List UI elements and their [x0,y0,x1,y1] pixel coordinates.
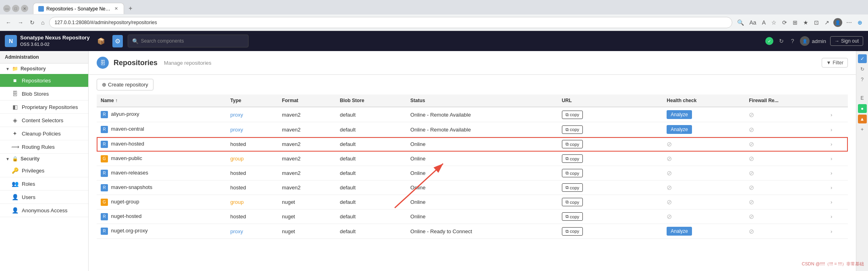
search-input[interactable] [141,38,244,44]
table-row[interactable]: R maven-releases hosted maven2 default O… [97,166,848,181]
repo-name-cell: R nuget.org-proxy [97,224,226,239]
right-edge-btn-4[interactable]: E [858,94,867,103]
bookmark-icon[interactable]: ☆ [770,18,778,27]
sidebar-item-blob-stores[interactable]: 🗄 Blob Stores [0,87,88,101]
copy-url-btn[interactable]: ⧉ copy [562,169,583,177]
right-edge-btn-2[interactable]: ↻ [858,65,867,74]
sidebar-item-cleanup-policies-label: Cleanup Policies [22,131,61,137]
col-firewall[interactable]: Firewall Re... [745,94,827,107]
sidebar-item-repositories[interactable]: ■ Repositories [0,74,88,87]
translate-icon[interactable]: A [760,18,767,27]
sidebar-item-privileges[interactable]: 🔑 Privileges [0,164,88,177]
copy-url-btn[interactable]: ⧉ copy [562,198,583,206]
sidebar-item-cleanup-policies[interactable]: ✦ Cleanup Policies [0,127,88,140]
copy-url-btn[interactable]: ⧉ copy [562,212,583,221]
table-row[interactable]: R maven-snapshots hosted maven2 default … [97,181,848,195]
favorites-icon[interactable]: ★ [802,18,810,27]
chevron-right-icon[interactable]: › [831,185,832,191]
more-menu-btn[interactable]: ⋯ [845,18,853,27]
table-row[interactable]: G nuget-group group nuget default Online… [97,195,848,209]
repo-health-check-cell: ⊘ [663,152,745,166]
col-type[interactable]: Type [226,94,278,107]
sidebar-group-repository[interactable]: ▼ 📁 Repository [0,64,88,74]
copy-url-btn[interactable]: ⧉ copy [562,125,583,134]
analyze-btn[interactable]: Analyze [667,125,692,134]
col-blob-store[interactable]: Blob Store [336,94,406,107]
sidebar-item-roles[interactable]: 👥 Roles [0,177,88,191]
analyze-btn[interactable]: Analyze [667,110,692,119]
edge-icon[interactable]: ⊕ [856,18,864,27]
home-btn[interactable]: ⌂ [39,18,46,27]
sidebar-item-anonymous-access[interactable]: 👤 Anonymous Access [0,204,88,217]
right-edge-btn-7[interactable]: + [858,125,867,134]
refresh-btn[interactable]: ↻ [28,18,36,27]
copy-url-btn[interactable]: ⧉ copy [562,227,583,236]
refresh-icon[interactable]: ⟳ [781,18,789,27]
table-row[interactable]: R nuget.org-proxy proxy nuget default On… [97,224,848,239]
sidebar-item-users[interactable]: 👤 Users [0,191,88,204]
create-repository-btn[interactable]: ⊕ Create repository [97,79,153,90]
copy-url-btn[interactable]: ⧉ copy [562,154,583,163]
sidebar-item-proprietary-repos[interactable]: ◧ Proprietary Repositories [0,101,88,114]
tab-close-btn[interactable]: ✕ [113,6,119,12]
back-btn[interactable]: ← [4,18,13,27]
col-format[interactable]: Format [278,94,336,107]
repo-health-check-cell: ⊘ [663,166,745,181]
browse-icon-btn[interactable]: 📦 [95,35,108,47]
table-row[interactable]: R nuget-hosted hosted nuget default Onli… [97,209,848,224]
routing-rules-icon: ⟿ [11,144,19,150]
reader-icon[interactable]: Aa [748,18,758,27]
refresh-nav-btn[interactable]: ↻ [777,36,785,46]
col-url[interactable]: URL [558,94,663,107]
col-health-check[interactable]: Health check [663,94,745,107]
repo-action-cell: › [827,224,848,239]
analyze-btn[interactable]: Analyze [667,227,692,236]
right-edge-btn-5[interactable]: ● [858,104,867,113]
right-edge-btn-3[interactable]: ? [858,75,867,84]
repo-action-cell: › [827,181,848,195]
filter-btn[interactable]: ▼ Filter [822,58,848,68]
restore-btn[interactable]: □ [12,5,19,12]
search-toolbar-icon[interactable]: 🔍 [735,18,746,27]
right-edge-btn-1[interactable]: ✓ [858,54,867,63]
repo-status-cell: Online - Remote Available [406,122,558,137]
admin-icon-btn[interactable]: ⚙ [112,35,123,47]
chevron-right-icon[interactable]: › [831,156,832,162]
col-name[interactable]: Name ↑ [97,94,226,107]
chevron-right-icon[interactable]: › [831,112,832,118]
copy-url-btn[interactable]: ⧉ copy [562,140,583,148]
user-area: 👤 admin [800,36,826,46]
sidebar-group-security[interactable]: ▼ 🔒 Security [0,154,88,164]
chevron-right-icon[interactable]: › [831,199,832,205]
new-tab-btn[interactable]: + [126,4,135,13]
profile-icon[interactable]: 👤 [833,18,842,27]
copy-url-btn[interactable]: ⧉ copy [562,111,583,119]
table-row[interactable]: R maven-hosted hosted maven2 default Onl… [97,137,848,152]
sidebar-item-routing-rules[interactable]: ⟿ Routing Rules [0,140,88,154]
split-view-icon[interactable]: ⊞ [791,18,799,27]
table-row[interactable]: R aliyun-proxy proxy maven2 default Onli… [97,107,848,122]
chevron-right-icon[interactable]: › [831,214,832,220]
minimize-btn[interactable]: — [3,5,10,12]
browser-tab[interactable]: Repositories - Sonatype Nexus R... ✕ [33,3,124,14]
chevron-right-icon[interactable]: › [831,127,832,133]
collections-icon[interactable]: ⊡ [812,18,820,27]
chevron-right-icon[interactable]: › [831,170,832,176]
col-status[interactable]: Status [406,94,558,107]
chevron-right-icon[interactable]: › [831,141,832,147]
signout-btn[interactable]: → Sign out [830,36,863,46]
address-input[interactable] [49,17,732,28]
firewall-disabled-icon: ⊘ [749,199,754,205]
repo-format-cell: maven2 [278,166,336,181]
table-row[interactable]: R maven-central proxy maven2 default Onl… [97,122,848,137]
forward-btn[interactable]: → [16,18,25,27]
close-btn[interactable]: ✕ [21,5,28,12]
copy-url-btn[interactable]: ⧉ copy [562,183,583,192]
table-row[interactable]: G maven-public group maven2 default Onli… [97,152,848,166]
share-icon[interactable]: ↗ [823,18,831,27]
repo-firewall-cell: ⊘ [745,209,827,224]
right-edge-btn-6[interactable]: ▲ [858,115,867,123]
sidebar-item-content-selectors[interactable]: ◈ Content Selectors [0,114,88,127]
help-btn[interactable]: ? [789,36,796,46]
chevron-right-icon[interactable]: › [831,228,832,234]
